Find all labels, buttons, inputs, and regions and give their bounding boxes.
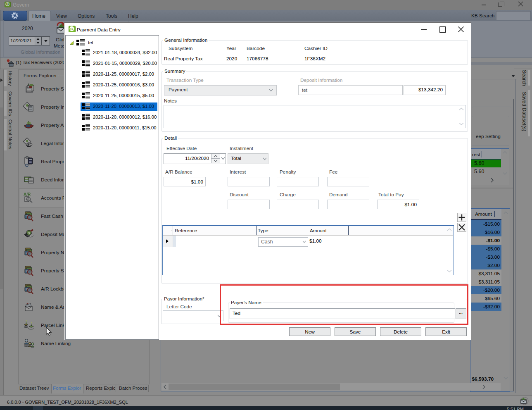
- svg-text:A/R: A/R: [24, 192, 31, 197]
- svg-text:G: G: [6, 2, 9, 7]
- svg-text:G: G: [70, 26, 73, 31]
- svg-text:S: S: [28, 231, 30, 235]
